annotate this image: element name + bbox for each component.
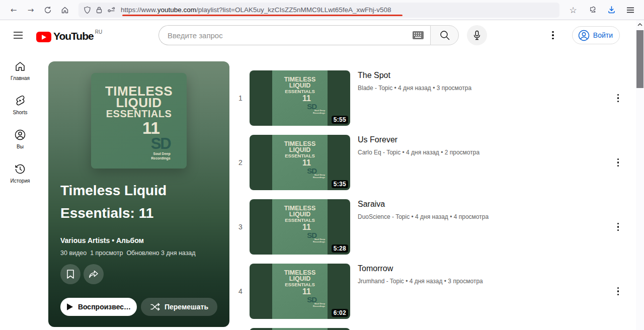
voice-search-button[interactable] (467, 25, 487, 45)
video-title[interactable]: Us Forever (358, 135, 614, 144)
video-index: 2 (231, 158, 250, 167)
video-menu-button[interactable] (614, 219, 622, 235)
video-row-partial[interactable] (231, 328, 629, 330)
page-scrollbar[interactable] (636, 20, 644, 330)
play-all-button[interactable]: Воспроизвес… (60, 298, 137, 316)
youtube-logo[interactable]: YouTube RU (36, 28, 102, 42)
mini-guide-sidebar: Главная Shorts Вы История (0, 50, 40, 184)
url-text[interactable]: https://www.youtube.com/playlist?list=OL… (121, 6, 391, 14)
star-icon: ☆ (569, 5, 577, 15)
save-playlist-button[interactable] (60, 264, 80, 284)
back-button[interactable]: ← (6, 3, 21, 18)
album-art-text: ESSENTIALS (91, 109, 187, 119)
video-thumbnail[interactable]: TIMELESSLIQUID ESSENTIALS11 SD Soul Deep… (250, 70, 350, 126)
video-thumbnail[interactable]: TIMELESSLIQUID ESSENTIALS11 SD Soul Deep… (250, 199, 350, 255)
album-art-text: LIQUID (91, 97, 187, 109)
video-title[interactable]: Tomorrow (358, 264, 614, 273)
playlist-video-list: 1 TIMELESSLIQUID ESSENTIALS11 SD Soul De… (231, 70, 629, 330)
video-index: 4 (231, 287, 250, 295)
video-menu-button[interactable] (614, 154, 622, 171)
sign-in-button[interactable]: Войти (572, 26, 620, 44)
hamburger-icon (626, 7, 634, 14)
menu-icon (13, 31, 23, 39)
video-row[interactable]: 2 TIMELESSLIQUID ESSENTIALS11 SD Soul De… (231, 135, 629, 190)
video-title[interactable]: Saraiva (358, 200, 614, 209)
home-icon (14, 60, 26, 72)
search-input[interactable] (158, 25, 430, 45)
extensions-button[interactable] (585, 3, 600, 18)
url-path: /playlist?list=OLAK5uy_kzCIsZZ5nMMC9LLwt… (196, 6, 391, 14)
duration-badge: 5:55 (332, 116, 348, 124)
home-button[interactable] (57, 3, 72, 18)
video-title[interactable]: The Spot (358, 71, 614, 80)
share-button[interactable] (84, 264, 104, 284)
video-byline[interactable]: Carlo Eq - Topic • 4 дня назад • 2 просм… (358, 149, 614, 156)
video-thumbnail[interactable] (250, 328, 350, 330)
youtube-play-icon (36, 32, 51, 42)
playlist-stats: 30 видео 1 просмотр Обновлено 3 дня наза… (60, 250, 217, 257)
sidebar-label: Shorts (13, 110, 28, 115)
shuffle-button[interactable]: Перемешать (141, 298, 217, 316)
profile-icon (14, 129, 26, 141)
url-scheme: https://www. (121, 6, 157, 14)
signin-person-icon (578, 30, 590, 41)
keyboard-icon[interactable] (413, 31, 424, 39)
shuffle-label: Перемешать (165, 303, 208, 311)
reload-button[interactable] (40, 3, 55, 18)
url-red-underline-annotation (122, 15, 403, 16)
scrollbar-thumb[interactable] (636, 30, 643, 88)
video-byline[interactable]: Jrumhand - Topic • 4 дня назад • 3 просм… (358, 278, 614, 285)
sidebar-label: Вы (17, 144, 24, 149)
youtube-masthead: YouTube RU (0, 20, 636, 50)
video-byline[interactable]: Blade - Topic • 4 дня назад • 3 просмотр… (358, 85, 614, 92)
play-all-label: Воспроизвес… (78, 303, 131, 311)
puzzle-icon (588, 6, 597, 14)
video-thumbnail[interactable]: TIMELESSLIQUID ESSENTIALS11 SD Soul Deep… (250, 135, 350, 190)
scroll-up-arrow[interactable] (636, 20, 644, 29)
video-row[interactable]: 4 TIMELESSLIQUID ESSENTIALS11 SD Soul De… (231, 264, 629, 319)
forward-button[interactable]: → (23, 3, 38, 18)
label-logo: SD (91, 137, 187, 150)
video-menu-button[interactable] (614, 90, 622, 107)
youtube-wordmark: YouTube (53, 30, 94, 42)
history-icon (14, 163, 26, 175)
video-index: 1 (231, 94, 250, 102)
playlist-owner[interactable]: Various Artists • Альбом (60, 236, 217, 244)
label-name: Soul DeepRecordings (91, 152, 187, 160)
permissions-icon[interactable] (107, 6, 116, 14)
shield-icon[interactable] (84, 6, 91, 14)
video-row[interactable]: 3 TIMELESSLIQUID ESSENTIALS11 SD Soul De… (231, 199, 629, 255)
search-button[interactable] (430, 25, 459, 45)
shorts-icon (14, 95, 26, 107)
microphone-icon (472, 30, 482, 40)
country-badge: RU (95, 29, 102, 35)
video-row[interactable]: 1 TIMELESSLIQUID ESSENTIALS11 SD Soul De… (231, 70, 629, 126)
share-icon (88, 269, 99, 279)
lock-icon[interactable] (96, 6, 103, 14)
sidebar-item-home[interactable]: Главная (2, 60, 38, 81)
bookmark-star-button[interactable]: ☆ (566, 3, 581, 18)
play-icon (66, 303, 73, 311)
sidebar-item-shorts[interactable]: Shorts (2, 95, 38, 115)
downloads-button[interactable] (604, 3, 619, 18)
masthead-more-button[interactable] (549, 27, 557, 44)
video-menu-button[interactable] (614, 283, 622, 300)
duration-badge: 5:35 (332, 180, 348, 188)
guide-menu-button[interactable] (8, 25, 28, 45)
album-art-number: 11 (91, 119, 187, 137)
sidebar-item-history[interactable]: История (2, 163, 38, 184)
sidebar-label: Главная (11, 75, 30, 81)
url-domain: youtube.com (157, 6, 196, 14)
browser-home-icon (61, 6, 69, 14)
download-icon (607, 6, 616, 14)
toolbar-right-icons: ☆ (566, 3, 638, 18)
sidebar-item-you[interactable]: Вы (2, 129, 38, 149)
bookmark-icon (66, 269, 75, 279)
search-icon (439, 30, 450, 41)
playlist-album-art[interactable]: TIMELESS LIQUID ESSENTIALS 11 SD Soul De… (91, 73, 187, 169)
video-byline[interactable]: DuoScience - Topic • 4 дня назад • 4 про… (358, 213, 614, 220)
video-thumbnail[interactable]: TIMELESSLIQUID ESSENTIALS11 SD Soul Deep… (250, 264, 350, 319)
browser-menu-button[interactable] (623, 3, 638, 18)
browser-toolbar: ← → https://www.youtube.com/playlist?lis… (0, 0, 644, 20)
duration-badge: 5:28 (332, 244, 348, 253)
